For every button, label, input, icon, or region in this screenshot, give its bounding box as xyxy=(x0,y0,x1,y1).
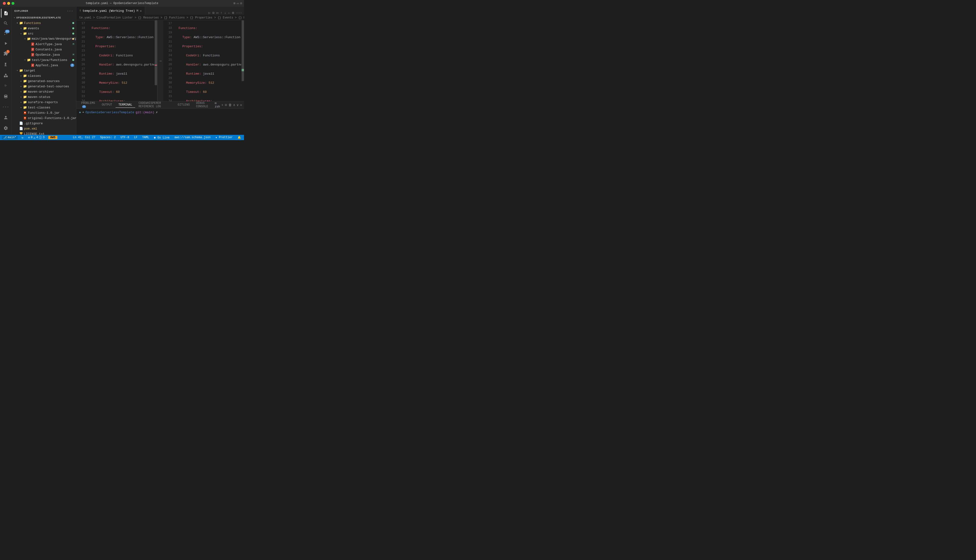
error-icon: ⊘ xyxy=(28,136,30,139)
maximize-button[interactable] xyxy=(12,2,14,5)
activity-docker[interactable] xyxy=(1,81,10,91)
status-spaces[interactable]: Spaces: 2 xyxy=(99,136,117,139)
tree-functions-jar[interactable]: ■ Functions-1.0.jar xyxy=(12,110,76,115)
events-folder-icon: 📁 xyxy=(23,27,27,30)
activity-files[interactable] xyxy=(1,8,10,18)
split-icon[interactable]: ▭ xyxy=(237,2,239,5)
settings-icon[interactable]: ⚙ xyxy=(232,11,234,15)
tab-terminal[interactable]: TERMINAL xyxy=(115,102,135,108)
activity-flask[interactable] xyxy=(1,60,10,70)
left-scrollbar[interactable] xyxy=(154,20,157,101)
tab-close-icon[interactable]: ✕ xyxy=(140,9,142,13)
split-editor-icon[interactable]: ⊡ xyxy=(212,11,214,15)
activity-settings[interactable] xyxy=(1,123,10,133)
status-position[interactable]: Ln 41, Col 27 xyxy=(72,136,96,139)
navigate-back-icon[interactable]: ← xyxy=(228,11,230,15)
window-controls[interactable] xyxy=(3,2,14,5)
status-language[interactable]: YAML xyxy=(141,136,150,139)
alerttype-label: AlertType.java xyxy=(35,42,62,46)
run-tests-icon[interactable]: ▷ xyxy=(209,11,211,15)
activity-run[interactable] xyxy=(1,39,10,48)
close-button[interactable] xyxy=(3,2,6,5)
main-java-arrow: ▾ xyxy=(23,37,27,41)
split-editor-right-icon[interactable]: ▭ xyxy=(216,11,218,15)
tab-gitlens[interactable]: GITLENS xyxy=(175,102,192,108)
right-scrollbar[interactable] xyxy=(241,20,244,101)
activity-source-control[interactable]: 13 xyxy=(1,29,10,38)
status-schema[interactable]: aws://sam.schema.json xyxy=(174,136,212,139)
activity-database[interactable] xyxy=(1,92,10,101)
right-editor[interactable]: 1718192021 2223242526 2728293031 3233343… xyxy=(163,20,244,101)
tree-maven-archiver[interactable]: ▸ 📁 maven-archiver xyxy=(12,89,76,94)
tree-test-classes[interactable]: ▸ 📁 test-classes xyxy=(12,105,76,110)
status-line-ending[interactable]: LF xyxy=(133,136,138,139)
tab-output[interactable]: OUTPUT xyxy=(99,102,115,108)
tree-pomxml[interactable]: 📄 pom.xml xyxy=(12,126,76,131)
status-sync[interactable]: ↻ xyxy=(21,136,24,139)
terminal-maximize-icon[interactable]: ∨ xyxy=(237,103,239,107)
status-branch[interactable]: ⎇ main* xyxy=(2,136,18,139)
tree-constants[interactable]: J Constants.java xyxy=(12,47,76,52)
terminal-new-icon[interactable]: + xyxy=(221,103,223,107)
status-aws[interactable]: AWS xyxy=(48,136,57,139)
tree-original-jar[interactable]: ■ original-Functions-1.0.jar xyxy=(12,115,76,121)
tree-test-java[interactable]: ▾ 📁 test/java/functions xyxy=(12,57,76,63)
constants-icon: J xyxy=(31,48,35,51)
status-notifications[interactable]: 🔔 xyxy=(237,136,242,139)
tree-src[interactable]: ▸ 📁 src xyxy=(12,31,76,36)
tree-generated-sources[interactable]: ▸ 📁 generated-sources xyxy=(12,78,76,84)
alerttype-icon: J xyxy=(31,42,35,46)
source-control-badge: 13 xyxy=(5,30,10,33)
sidebar-icon[interactable]: ⊡ xyxy=(240,2,242,5)
tab-codewhisperer[interactable]: CODEWHISPERER REFERENCE LOG xyxy=(136,100,174,109)
left-code-content[interactable]: Functions: Type: AWS::Serverless::Functi… xyxy=(87,20,154,101)
tree-alerttype[interactable]: J AlertType.java M xyxy=(12,42,76,47)
sidebar-title: EXPLORER xyxy=(14,10,28,12)
terminal-split-icon[interactable]: ⊡ xyxy=(225,103,227,107)
tree-maven-status[interactable]: ▸ 📁 maven-status xyxy=(12,94,76,100)
right-code-content[interactable]: Functions: Type: AWS::Serverless::Functi… xyxy=(174,20,241,101)
status-golive[interactable]: ◉ Go Live xyxy=(153,136,170,139)
terminal-close-icon[interactable]: ✕ xyxy=(240,103,242,107)
right-scrollbar-thumb[interactable] xyxy=(242,20,244,81)
src-folder-icon: 📁 xyxy=(23,32,27,35)
functions-label: Functions xyxy=(24,22,41,25)
terminal-collapse-icon[interactable]: ∧ xyxy=(233,103,235,107)
tree-generated-test-sources[interactable]: ▸ 📁 generated-test-sources xyxy=(12,84,76,89)
left-editor[interactable]: 1718192021 2223242526 2728293031 3233343… xyxy=(76,20,157,101)
tree-apptest[interactable]: J AppTest.java 2 xyxy=(12,63,76,68)
status-prettier[interactable]: ⬥ Prettier xyxy=(214,136,234,139)
activity-extensions[interactable]: 1 xyxy=(1,49,10,58)
tree-functions[interactable]: ▾ 📁 Functions xyxy=(12,20,76,26)
tree-opsgenie[interactable]: J OpsGenie.java M xyxy=(12,52,76,57)
layout-icon[interactable]: ⊞ xyxy=(234,2,236,5)
terminal-content[interactable]: ◉ ➜ OpsGenieServerlessTemplate git:(main… xyxy=(76,109,244,135)
tree-root[interactable]: ▾ OPSGENIESERVERLESSTEMPLATE xyxy=(12,15,76,20)
activity-more[interactable]: ··· xyxy=(1,102,10,112)
left-scrollbar-thumb[interactable] xyxy=(155,20,157,85)
tree-gitignore[interactable]: 📄 .gitignore xyxy=(12,121,76,126)
tab-debug-console[interactable]: DEBUG CONSOLE xyxy=(193,100,215,109)
tree-license[interactable]: 🏆 LICENSE.txt xyxy=(12,131,76,135)
tree-events[interactable]: ▸ 📁 events xyxy=(12,26,76,31)
tree-target[interactable]: ▾ 📁 target xyxy=(12,68,76,73)
title-bar: template.yaml — OpsGenieServerlessTempla… xyxy=(0,0,244,7)
more-icon[interactable]: ··· xyxy=(236,11,242,15)
navigate-down-icon[interactable]: ↓ xyxy=(224,11,226,15)
tab-problems[interactable]: PROBLEMS 7 xyxy=(78,100,99,110)
navigate-up-icon[interactable]: ↑ xyxy=(220,11,222,15)
status-encoding[interactable]: UTF-8 xyxy=(120,136,130,139)
tree-main-java[interactable]: ▾ 📁 main/java/aws/devopsguru/partner /..… xyxy=(12,36,76,42)
warning-icon: △ xyxy=(33,136,35,139)
minimize-button[interactable] xyxy=(7,2,10,5)
activity-account[interactable] xyxy=(1,113,10,122)
new-file-icon[interactable]: ··· xyxy=(67,9,73,13)
tree-surefire-reports[interactable]: ▸ 📁 surefire-reports xyxy=(12,100,76,105)
tab-template-yaml[interactable]: ! template.yaml (Working Tree) M ✕ xyxy=(76,7,145,15)
activity-search[interactable] xyxy=(1,19,10,28)
activity-deploy[interactable] xyxy=(1,70,10,80)
terminal-trash-icon[interactable]: 🗑 xyxy=(228,103,232,107)
sidebar: EXPLORER ··· ▾ OPSGENIESERVERLESSTEMPLAT… xyxy=(12,7,76,135)
tree-classes[interactable]: ▸ 📁 classes xyxy=(12,73,76,78)
status-errors[interactable]: ⊘ 0 △ 4 ⓘ 3 xyxy=(27,135,45,140)
